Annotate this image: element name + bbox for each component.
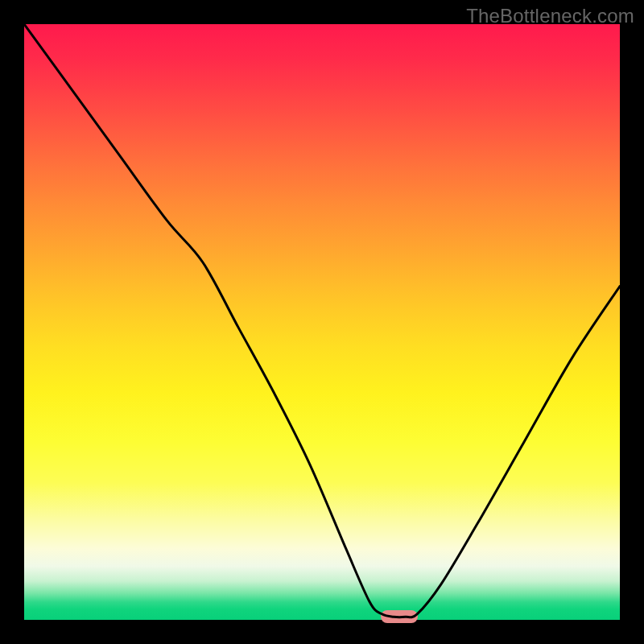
curve-path (24, 24, 620, 617)
chart-container: TheBottleneck.com (0, 0, 644, 644)
watermark-text: TheBottleneck.com (466, 5, 634, 27)
plot-area (24, 24, 620, 620)
bottleneck-curve (24, 24, 620, 620)
